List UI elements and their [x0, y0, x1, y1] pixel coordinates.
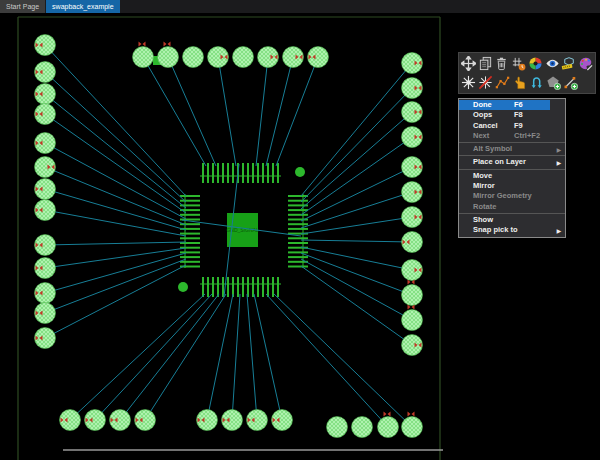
submenu-arrow-icon: ▶: [557, 226, 561, 237]
palette-icon[interactable]: [577, 54, 594, 73]
qfp-pin: [288, 266, 308, 268]
qfp-pin: [288, 251, 308, 253]
rat-line: [70, 294, 205, 420]
menu-separator: [459, 213, 565, 214]
menu-item-shortcut: Ctrl+F2: [514, 131, 540, 142]
rat-line: [254, 294, 282, 420]
rat-line: [45, 253, 186, 293]
menu-item-label: Alt Symbol: [473, 144, 512, 153]
qfp-pin: [257, 277, 259, 297]
qfp-pin: [180, 233, 200, 235]
pad[interactable]: [233, 47, 254, 68]
measure-icon[interactable]: [561, 54, 578, 73]
rat-line: [301, 217, 412, 234]
pad[interactable]: [352, 417, 373, 438]
add-line-icon[interactable]: [562, 73, 579, 92]
via[interactable]: [178, 282, 188, 292]
application-window: Start Pageswapback_example GND_SIGNAL Do…: [0, 0, 600, 460]
menu-item-cancel[interactable]: CancelF9: [459, 121, 565, 131]
menu-separator: [459, 155, 565, 156]
rat-line: [45, 167, 186, 225]
pin1-marker: [384, 412, 391, 417]
move-icon[interactable]: [460, 54, 477, 73]
rat-line: [45, 143, 186, 219]
menu-item-mirror-geometry[interactable]: Mirror Geometry: [459, 191, 565, 201]
tab-swapback-example[interactable]: swapback_example: [46, 0, 119, 13]
menu-item-label: Mirror Geometry: [473, 191, 532, 200]
add-shape-icon[interactable]: [545, 73, 562, 92]
qfp-pin: [257, 163, 259, 183]
menu-item-shortcut: F8: [514, 110, 523, 121]
menu-separator: [459, 169, 565, 170]
tab-start-page[interactable]: Start Page: [0, 0, 45, 13]
qfp-pin: [277, 163, 279, 183]
qfp-pin: [180, 256, 200, 258]
pad[interactable]: [378, 417, 399, 438]
rat-line: [301, 192, 412, 228]
pin1-marker: [408, 412, 415, 417]
rat-line: [301, 253, 412, 295]
rat-line: [45, 94, 186, 208]
pad[interactable]: [327, 417, 348, 438]
menu-item-place-on-layer[interactable]: Place on Layer▶: [459, 157, 565, 167]
copy-icon[interactable]: [477, 54, 494, 73]
dehighlight-icon[interactable]: [477, 73, 494, 92]
rat-line: [45, 114, 186, 213]
grid-settings-icon[interactable]: [510, 54, 527, 73]
via[interactable]: [295, 167, 305, 177]
pad[interactable]: [402, 310, 423, 331]
color-wheel-icon[interactable]: [527, 54, 544, 73]
qfp-pin: [212, 163, 214, 183]
menu-item-snap-pick-to[interactable]: Snap pick to▶: [459, 225, 565, 235]
menu-item-oops[interactable]: OopsF8: [459, 110, 565, 120]
rat-line: [95, 294, 212, 420]
floating-toolbar: [458, 52, 596, 94]
qfp-pin: [288, 209, 308, 211]
qfp-component[interactable]: GND_SIGNAL: [178, 163, 308, 297]
rat-line: [266, 294, 388, 427]
menu-item-mirror[interactable]: Mirror: [459, 181, 565, 191]
menu-item-label: Done: [473, 100, 492, 109]
qfp-pin: [227, 277, 229, 297]
pad[interactable]: [402, 285, 423, 306]
menu-item-next[interactable]: NextCtrl+F2: [459, 131, 565, 141]
pad[interactable]: [158, 47, 179, 68]
qfp-pin: [180, 237, 200, 239]
menu-item-alt-symbol[interactable]: Alt Symbol▶: [459, 144, 565, 154]
pad[interactable]: [133, 47, 154, 68]
pad[interactable]: [402, 417, 423, 438]
rat-line: [45, 189, 186, 230]
toolbar-row: [460, 54, 594, 73]
rat-line: [247, 294, 257, 420]
menu-item-label: Place on Layer: [473, 157, 526, 166]
qfp-pin: [180, 251, 200, 253]
add-connect-line-icon[interactable]: [494, 73, 511, 92]
rat-line: [218, 57, 236, 166]
menu-item-done[interactable]: DoneF6: [459, 100, 550, 110]
swap-icon[interactable]: [528, 73, 545, 92]
rat-line: [274, 294, 412, 427]
rat-line: [45, 248, 186, 268]
qfp-pin: [277, 277, 279, 297]
qfp-pin: [202, 163, 204, 183]
menu-item-move[interactable]: Move: [459, 171, 565, 181]
tab-bar: Start Pageswapback_example: [0, 0, 600, 13]
visibility-icon[interactable]: [544, 54, 561, 73]
rat-line: [45, 210, 186, 236]
qfp-pin: [212, 277, 214, 297]
rat-line: [143, 57, 206, 166]
qfp-pin: [222, 277, 224, 297]
rat-line: [301, 240, 412, 242]
menu-item-show[interactable]: Show: [459, 215, 565, 225]
qfp-pin: [207, 277, 209, 297]
pad[interactable]: [183, 47, 204, 68]
highlight-icon[interactable]: [460, 73, 477, 92]
menu-item-label: Next: [473, 131, 489, 140]
pick-icon[interactable]: [511, 73, 528, 92]
delete-icon[interactable]: [494, 54, 511, 73]
menu-item-rotate[interactable]: Rotate: [459, 202, 565, 212]
qfp-pin: [237, 277, 239, 297]
rat-line: [301, 266, 412, 345]
rat-line: [45, 259, 186, 313]
rat-line: [45, 45, 186, 196]
